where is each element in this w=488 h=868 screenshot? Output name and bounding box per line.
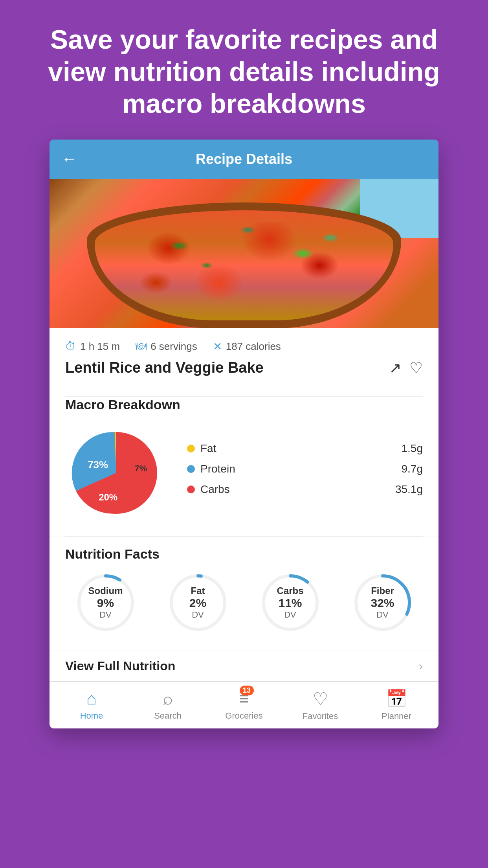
bottom-nav: ⌂ Home ⌕ Search ≡ 13 Groceries ♡ Favorit… xyxy=(50,681,438,728)
fat-pct2: 2% xyxy=(189,596,206,610)
nav-favorites[interactable]: ♡ Favorites xyxy=(289,689,352,721)
groceries-badge: 13 xyxy=(240,686,254,695)
nutrition-title: Nutrition Facts xyxy=(65,546,423,562)
macro-item-carbs: Carbs 35.1g xyxy=(187,483,423,496)
fiber-circle-item: Fiber 32% DV xyxy=(342,571,423,639)
carbs-circle-item: Carbs 11% DV xyxy=(250,571,330,639)
macro-item-protein: Protein 9.7g xyxy=(187,463,423,475)
pie-chart xyxy=(65,422,167,524)
macro-item-fat: Fat 1.5g xyxy=(187,442,423,455)
fat-label2: Fat xyxy=(189,585,206,596)
carbs-pct2: 11% xyxy=(277,596,303,610)
back-button[interactable]: ← xyxy=(61,150,77,168)
nav-home[interactable]: ⌂ Home xyxy=(60,689,123,721)
servings-icon: 🍽 xyxy=(136,340,147,353)
groceries-badge-container: ≡ 13 xyxy=(239,689,249,708)
planner-icon: 📅 xyxy=(386,688,407,709)
macro-section: Macro Breakdown 73% 20% 7 xyxy=(50,397,438,536)
fiber-pct: 32% xyxy=(371,596,394,610)
nav-planner[interactable]: 📅 Planner xyxy=(365,688,428,721)
macro-title: Macro Breakdown xyxy=(65,397,423,412)
recipe-info: ⏱ 1 h 15 m 🍽 6 servings ✕ 187 calories L… xyxy=(50,328,438,396)
protein-label: Protein xyxy=(200,463,235,475)
fat-value: 1.5g xyxy=(402,442,423,455)
carbs-circle: Carbs 11% DV xyxy=(259,571,322,634)
search-icon: ⌕ xyxy=(163,689,173,708)
favorites-label: Favorites xyxy=(303,711,338,721)
recipe-time: 1 h 15 m xyxy=(80,340,120,353)
calories-icon: ✕ xyxy=(213,340,222,353)
fat-label: Fat xyxy=(200,442,216,455)
servings-meta: 🍽 6 servings xyxy=(136,340,197,353)
sodium-circle: Sodium 9% DV xyxy=(74,571,137,634)
carbs-value: 35.1g xyxy=(395,483,423,496)
home-label: Home xyxy=(80,711,103,721)
fat-pct-label: 7% xyxy=(134,463,147,474)
time-meta: ⏱ 1 h 15 m xyxy=(65,340,120,353)
fiber-circle: Fiber 32% DV xyxy=(351,571,414,634)
sodium-pct: 9% xyxy=(88,596,123,610)
protein-dot xyxy=(187,465,195,473)
hero-text: Save your favorite recipes and view nutr… xyxy=(0,0,488,140)
favorites-icon: ♡ xyxy=(313,689,328,709)
view-full-label: View Full Nutrition xyxy=(65,659,175,673)
fat-dot xyxy=(187,445,195,452)
app-bar-title: Recipe Details xyxy=(196,151,292,167)
nutrition-section: Nutrition Facts Sodium 9% DV xyxy=(50,537,438,651)
carbs-dot xyxy=(187,485,195,493)
groceries-label: Groceries xyxy=(225,711,262,721)
protein-value: 9.7g xyxy=(402,463,423,475)
carbs-label2: Carbs xyxy=(277,585,303,596)
protein-pct-label: 20% xyxy=(99,492,117,503)
macro-content: 73% 20% 7% Fat 1.5g Protein xyxy=(65,422,423,524)
share-button[interactable]: ↗ xyxy=(389,359,402,377)
recipe-actions: ↗ ♡ xyxy=(389,359,423,377)
recipe-servings: 6 servings xyxy=(150,340,197,353)
planner-label: Planner xyxy=(382,711,411,721)
phone-container: ← Recipe Details ⏱ 1 h 15 m 🍽 6 servings… xyxy=(50,140,438,728)
nutrition-circles: Sodium 9% DV Fat 2% DV xyxy=(65,571,423,639)
calories-meta: ✕ 187 calories xyxy=(213,340,281,353)
sodium-label: Sodium xyxy=(88,585,123,596)
fiber-label: Fiber xyxy=(371,585,394,596)
favorite-button[interactable]: ♡ xyxy=(409,359,423,377)
carbs-label: Carbs xyxy=(200,483,230,496)
macro-legend: Fat 1.5g Protein 9.7g Carbs 3 xyxy=(187,442,423,504)
fat-dv: DV xyxy=(189,610,206,620)
sodium-dv: DV xyxy=(88,610,123,620)
app-bar: ← Recipe Details xyxy=(50,140,438,179)
view-full-nutrition[interactable]: View Full Nutrition › xyxy=(50,651,438,681)
recipe-title-row: Lentil Rice and Veggie Bake ↗ ♡ xyxy=(65,359,423,377)
home-icon: ⌂ xyxy=(86,689,97,708)
sodium-circle-item: Sodium 9% DV xyxy=(65,571,146,639)
nav-groceries[interactable]: ≡ 13 Groceries xyxy=(213,689,275,721)
carbs-pct-label: 73% xyxy=(88,458,108,471)
food-image xyxy=(50,179,438,328)
recipe-meta: ⏱ 1 h 15 m 🍽 6 servings ✕ 187 calories xyxy=(65,340,423,353)
nav-search[interactable]: ⌕ Search xyxy=(136,689,199,721)
recipe-calories: 187 calories xyxy=(226,340,281,353)
search-label: Search xyxy=(154,711,182,721)
fat-circle-item: Fat 2% DV xyxy=(158,571,238,639)
carbs-dv: DV xyxy=(277,610,303,620)
clock-icon: ⏱ xyxy=(65,340,76,353)
recipe-title: Lentil Rice and Veggie Bake xyxy=(65,359,264,376)
fat-circle: Fat 2% DV xyxy=(167,571,229,634)
chevron-right-icon: › xyxy=(419,659,423,673)
pie-chart-container: 73% 20% 7% xyxy=(65,422,167,524)
fiber-dv: DV xyxy=(371,610,394,620)
